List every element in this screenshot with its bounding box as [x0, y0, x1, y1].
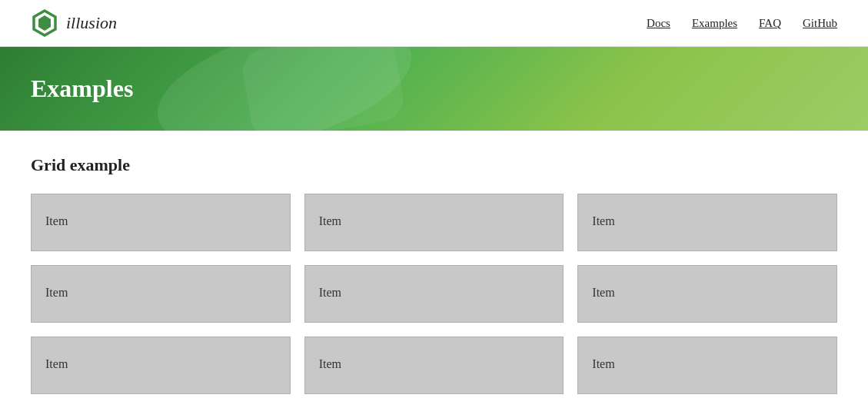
list-item: Item [304, 194, 564, 251]
list-item: Item [31, 194, 291, 251]
nav-links: Docs Examples FAQ GitHub [647, 16, 837, 30]
hero-title: Examples [31, 75, 837, 103]
list-item: Item [577, 337, 837, 394]
nav-link-examples[interactable]: Examples [692, 17, 737, 29]
list-item: Item [304, 337, 564, 394]
nav-link-faq[interactable]: FAQ [759, 17, 781, 29]
section-title: Grid example [31, 155, 837, 175]
nav-link-docs[interactable]: Docs [647, 17, 670, 29]
nav-link-github[interactable]: GitHub [803, 17, 837, 29]
brand-name: illusion [66, 13, 117, 33]
grid-container: Item Item Item Item Item Item Item Item … [31, 194, 837, 394]
brand-link[interactable]: illusion [31, 9, 117, 37]
svg-marker-1 [38, 15, 51, 31]
list-item: Item [304, 265, 564, 323]
brand-logo-icon [31, 9, 58, 37]
list-item: Item [31, 337, 291, 394]
list-item: Item [577, 265, 837, 323]
list-item: Item [31, 265, 291, 323]
hero-banner: Examples [0, 47, 868, 131]
main-content: Grid example Item Item Item Item Item It… [0, 131, 868, 398]
list-item: Item [577, 194, 837, 251]
navbar: illusion Docs Examples FAQ GitHub [0, 0, 868, 47]
